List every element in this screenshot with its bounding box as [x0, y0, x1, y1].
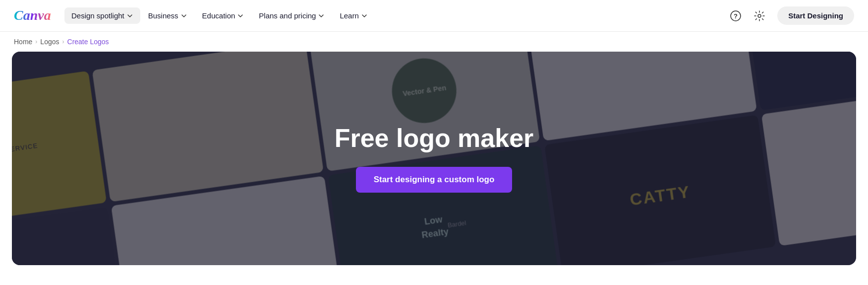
nav-learn[interactable]: Learn — [333, 7, 374, 24]
chevron-down-icon — [318, 12, 325, 19]
breadcrumb-separator: › — [62, 38, 64, 45]
breadcrumb-logos[interactable]: Logos — [40, 38, 59, 46]
canva-logo[interactable]: Canva — [14, 7, 54, 25]
svg-text:?: ? — [734, 12, 738, 20]
hero-title: Free logo maker — [335, 124, 534, 152]
svg-point-3 — [758, 14, 761, 17]
chevron-down-icon — [180, 12, 187, 19]
nav-plans-pricing[interactable]: Plans and pricing — [252, 7, 332, 24]
main-header: Canva Design spotlight Business — [0, 0, 868, 32]
nav-design-spotlight[interactable]: Design spotlight — [64, 7, 140, 24]
main-nav: Design spotlight Business Education Plan… — [64, 7, 375, 24]
breadcrumb-separator: › — [35, 38, 37, 45]
chevron-down-icon — [361, 12, 368, 19]
start-designing-header-button[interactable]: Start Designing — [777, 6, 854, 25]
hero-content: Free logo maker Start designing a custom… — [12, 52, 856, 265]
breadcrumb-home[interactable]: Home — [14, 38, 32, 46]
chevron-down-icon — [237, 12, 244, 19]
breadcrumb-current: Create Logos — [67, 38, 109, 46]
help-button[interactable]: ? — [726, 6, 746, 26]
chevron-down-icon — [126, 12, 133, 19]
svg-text:Canva: Canva — [14, 7, 51, 23]
settings-button[interactable] — [750, 6, 769, 26]
hero-cta-button[interactable]: Start designing a custom logo — [356, 167, 513, 193]
nav-education[interactable]: Education — [195, 7, 251, 24]
hero-banner: ATIONSERVICE Vector & Pen McKin Kinleigh… — [12, 52, 856, 265]
breadcrumb: Home › Logos › Create Logos — [0, 32, 868, 52]
nav-business[interactable]: Business — [141, 7, 194, 24]
header-icon-group: ? — [726, 6, 769, 26]
